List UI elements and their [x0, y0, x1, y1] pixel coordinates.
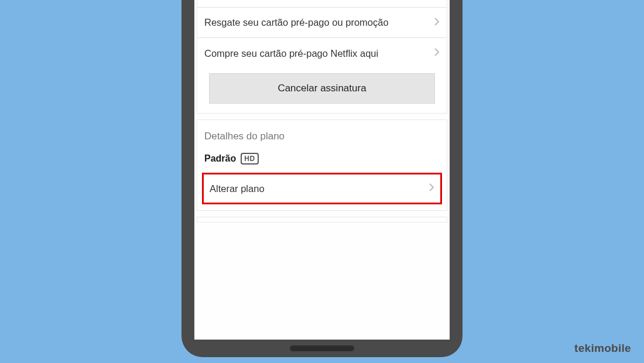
current-plan-row: Padrão HD [197, 148, 447, 173]
chevron-right-icon [434, 17, 440, 29]
redeem-card-item[interactable]: Resgate seu cartão pré-pago ou promoção [197, 8, 447, 38]
list-item-label: Compre seu cartão pré-pago Netflix aqui [204, 48, 378, 59]
phone-speaker-icon [290, 345, 354, 351]
phone-screen: Alterar data de cobrança Resgate seu car… [194, 0, 450, 340]
list-item-label: Resgate seu cartão pré-pago ou promoção [204, 17, 389, 28]
change-plan-item[interactable]: Alterar plano [202, 173, 442, 204]
billing-section: Alterar data de cobrança Resgate seu car… [197, 0, 447, 114]
hd-badge-icon: HD [241, 153, 258, 165]
plan-name-label: Padrão [204, 153, 236, 164]
cancel-subscription-button[interactable]: Cancelar assinatura [209, 73, 435, 104]
plan-section-title: Detalhes do plano [197, 120, 447, 148]
change-plan-label: Alterar plano [210, 183, 265, 194]
chevron-right-icon [429, 183, 434, 194]
next-section-peek [197, 217, 447, 222]
plan-details-section: Detalhes do plano Padrão HD Alterar plan… [197, 119, 447, 211]
phone-frame: Alterar data de cobrança Resgate seu car… [181, 0, 463, 357]
change-billing-date-item[interactable]: Alterar data de cobrança [197, 0, 447, 8]
chevron-right-icon [434, 47, 440, 59]
watermark-label: tekimobile [574, 342, 631, 355]
buy-card-item[interactable]: Compre seu cartão pré-pago Netflix aqui [197, 38, 447, 69]
cancel-button-wrap: Cancelar assinatura [197, 69, 447, 113]
